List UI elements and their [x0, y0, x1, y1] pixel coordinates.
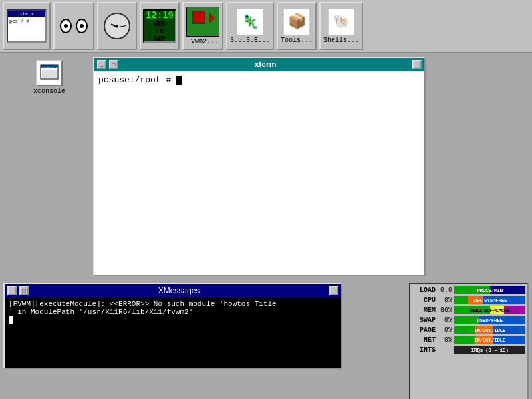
xterm-minimize-btn[interactable]: _: [97, 60, 106, 69]
sysmon-swap-row: SWAP 0% USED/FREE: [412, 316, 525, 324]
xterm-prompt: pcsuse:/root #: [98, 75, 176, 85]
sysmon-page-label: PAGE: [412, 327, 436, 334]
sysmon-cpu-bar: USR/SYS/FREE: [454, 296, 525, 304]
sysmon-load-row: LOAD 0.0 PROCS/MIN: [412, 286, 525, 294]
sysmon-swap-bar: USED/FREE: [454, 316, 525, 324]
sysmon-cpu-label: CPU: [412, 297, 436, 304]
xterm-window: _ □ xterm pcsuse:/root #: [93, 57, 426, 276]
xterm-title: xterm: [121, 60, 410, 69]
digital-clock-display: 12:19 WED 16 SEP: [143, 9, 176, 43]
xmsg-minimize-btn[interactable]: _: [7, 286, 17, 295]
eyes-icon: [57, 13, 90, 39]
xmsg-maximize-btn[interactable]: □: [19, 286, 29, 295]
sysmon-load-bar: PROCS/MIN: [454, 286, 525, 294]
xmsg-cursor: [9, 316, 13, 324]
sysmon-mem-bar: USED/BUF/CACHE: [454, 306, 525, 314]
xmsg-line-1: [FVWM][executeModule]: <<ERROR>> No such…: [9, 300, 337, 308]
tools-icon: 📦: [283, 9, 310, 35]
pupil-left: [64, 24, 68, 28]
sysmon-swap-value: 0%: [438, 317, 452, 324]
taskbar-tools[interactable]: 📦 Tools...: [277, 2, 317, 50]
eye-right: [76, 19, 88, 33]
xmsg-line-3: [9, 316, 337, 324]
taskbar: xterm pcs:/ # 12:19 WED: [0, 0, 532, 53]
sysmon-page-bar: IN/OUT/IDLE: [454, 326, 525, 334]
tools-label: Tools...: [281, 37, 313, 44]
xconsole-icon[interactable]: xconsole xconsole: [33, 60, 65, 95]
xterm-mini-icon: xterm pcs:/ #: [7, 9, 47, 43]
sysmon-net-value: 0%: [438, 336, 452, 344]
xmessages-window: _ □ XMessages [FVWM][executeModule]: <<E…: [3, 283, 342, 369]
system-monitor: LOAD 0.0 PROCS/MIN CPU 0% USR/SYS/FREE M…: [409, 283, 529, 399]
xconsole-image: xconsole: [36, 60, 63, 86]
sysmon-mem-row: MEM 86% USED/BUF/CACHE: [412, 306, 525, 314]
xmessages-title: XMessages: [31, 286, 327, 295]
xterm-maximize-btn[interactable]: □: [109, 60, 118, 69]
sysmon-cpu-row: CPU 0% USR/SYS/FREE: [412, 296, 525, 304]
digital-time: 12:19: [146, 10, 174, 21]
xmessages-body[interactable]: [FVWM][executeModule]: <<ERROR>> No such…: [5, 297, 341, 368]
sysmon-swap-label: SWAP: [412, 317, 436, 324]
load-bar-text: PROCS/MIN: [454, 286, 525, 294]
xterm-cursor: [176, 76, 182, 85]
sysmon-load-label: LOAD: [412, 287, 436, 294]
cpu-bar-text: USR/SYS/FREE: [454, 296, 525, 304]
net-bar-text: IN/OUT/IDLE: [454, 336, 525, 344]
sysmon-net-row: NET 0% IN/OUT/IDLE: [412, 336, 525, 344]
sysmon-page-row: PAGE 0% IN/OUT/IDLE: [412, 326, 525, 334]
fvwm-icon: [186, 7, 219, 37]
taskbar-fvwm[interactable]: Fvwm2...: [182, 2, 223, 50]
suse-icon: 🦎: [237, 9, 263, 35]
xterm-body[interactable]: pcsuse:/root #: [94, 71, 424, 275]
sysmon-ints-label: INTS: [412, 346, 436, 354]
desktop: xconsole xconsole _ □ xterm pcsuse:/root…: [0, 53, 532, 399]
svg-rect-3: [42, 70, 57, 78]
sysmon-ints-bar: IRQs (0 – 15): [454, 346, 525, 354]
xmsg-line-2: ' in ModulePath '/usr/X11R6/lib/X11/fvwm…: [9, 308, 337, 316]
page-bar-text: IN/OUT/IDLE: [454, 326, 525, 334]
digital-month: SEP: [154, 35, 166, 43]
taskbar-xterm[interactable]: xterm pcs:/ #: [3, 2, 51, 50]
sysmon-net-label: NET: [412, 336, 436, 344]
digital-date-line: WED 16 SEP: [154, 21, 166, 43]
mem-bar-text: USED/BUF/CACHE: [454, 306, 525, 314]
xconsole-label: xconsole: [33, 88, 65, 95]
digital-day: 16: [156, 28, 164, 35]
pupil-right: [80, 24, 84, 28]
fvwm-box: [192, 11, 205, 24]
taskbar-suse[interactable]: 🦎 S.u.S.E...: [226, 2, 274, 50]
sysmon-cpu-value: 0%: [438, 297, 452, 304]
shells-icon: 🐚: [328, 9, 354, 35]
sysmon-net-bar: IN/OUT/IDLE: [454, 336, 525, 344]
suse-label: S.u.S.E...: [230, 37, 270, 44]
ints-bar-text: IRQs (0 – 15): [454, 346, 525, 354]
eye-left: [60, 19, 72, 33]
taskbar-clock-analog[interactable]: [97, 2, 137, 50]
swap-bar-text: USED/FREE: [454, 316, 525, 324]
analog-clock-face: [104, 13, 130, 39]
sysmon-ints-row: INTS IRQs (0 – 15): [412, 346, 525, 354]
xterm-mini-body: pcs:/ #: [8, 17, 45, 41]
sysmon-page-value: 0%: [438, 327, 452, 334]
xmsg-close-btn[interactable]: [329, 286, 338, 295]
sysmon-load-value: 0.0: [438, 287, 452, 294]
xterm-titlebar: _ □ xterm: [94, 58, 424, 71]
taskbar-clock-digital[interactable]: 12:19 WED 16 SEP: [140, 2, 180, 50]
digital-weekday: WED: [154, 21, 166, 28]
sysmon-mem-value: 86%: [438, 307, 452, 314]
xterm-mini-title: xterm: [8, 11, 45, 17]
xterm-close-btn[interactable]: [412, 60, 422, 69]
taskbar-eyes[interactable]: [53, 2, 94, 50]
fvwm-arrow: [209, 13, 215, 23]
xmessages-titlebar: _ □ XMessages: [5, 284, 341, 297]
shells-label: Shells...: [323, 37, 359, 44]
sysmon-mem-label: MEM: [412, 307, 436, 314]
taskbar-shells[interactable]: 🐚 Shells...: [319, 2, 363, 50]
xconsole-svg: xconsole: [39, 63, 59, 83]
fvwm-label: Fvwm2...: [187, 38, 219, 45]
